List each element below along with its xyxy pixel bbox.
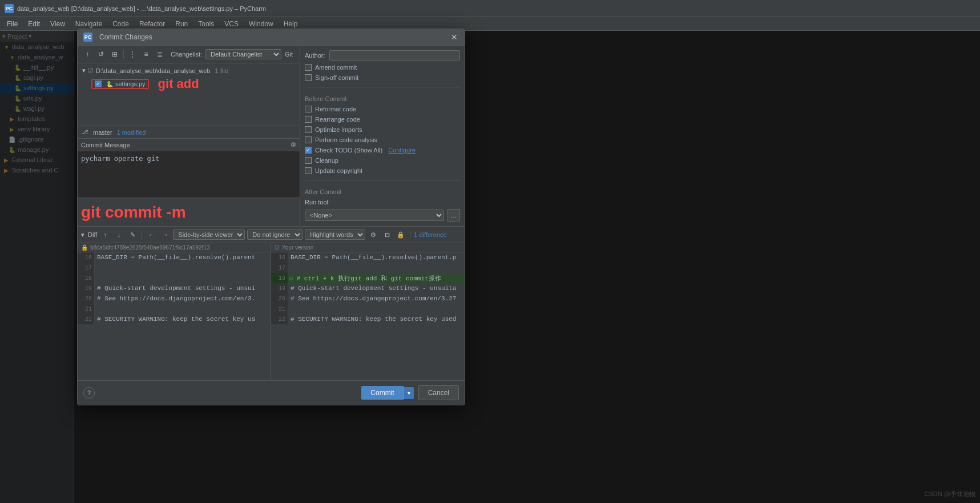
diff-collapse-icon[interactable]: ▾ xyxy=(81,231,84,239)
branch-icon: ⎇ xyxy=(81,128,88,136)
file-tree-root[interactable]: ▾ ☑ D:\data_analyse_web\data_analyse_web… xyxy=(80,66,297,75)
git-commit-annotation: git commit -m xyxy=(78,199,300,226)
diff-line-content xyxy=(95,273,271,283)
diff-ignore-select[interactable]: Do not ignore xyxy=(247,230,303,240)
diff-highlight-select[interactable]: Highlight words xyxy=(305,230,365,240)
dialog-right-panel: Author: Amend commit Sign-off commit Bef… xyxy=(300,46,465,226)
sign-off-checkbox[interactable] xyxy=(305,74,312,81)
commit-msg-settings-icon[interactable]: ⚙ xyxy=(291,141,296,148)
reformat-checkbox[interactable] xyxy=(305,106,312,112)
tree-checkbox-icon: ☑ xyxy=(88,67,94,74)
diff-settings-btn[interactable]: ⚙ xyxy=(368,229,379,240)
sign-off-row[interactable]: Sign-off commit xyxy=(305,74,460,81)
menu-refactor[interactable]: Refactor xyxy=(135,19,170,29)
commit-msg-header: Commit Message ⚙ xyxy=(78,139,300,151)
changelist-select[interactable]: Default Changelist xyxy=(205,49,281,59)
dialog-toolbar: ↑ ↺ ⊞ ⋮ ≡ ≣ Changelist: Default Changeli… xyxy=(78,46,300,63)
perform-analysis-row[interactable]: Perform code analysis xyxy=(305,136,460,143)
diff-right-lines: 16 BASE_DIR = Path(__file__).resolve().p… xyxy=(271,252,465,380)
git-add-annotation: git add xyxy=(158,77,199,91)
menu-vcs[interactable]: VCS xyxy=(220,19,243,29)
diff-collapse-btn[interactable]: ⊟ xyxy=(381,229,393,240)
divider2 xyxy=(305,180,460,180)
dialog-title: PC Commit Changes xyxy=(83,33,152,42)
toolbar-sep xyxy=(123,50,124,59)
diff-down-btn[interactable]: ↓ xyxy=(113,229,124,240)
optimize-imports-row[interactable]: Optimize imports xyxy=(305,126,460,133)
diff-right-header: ☑ Your version xyxy=(271,243,465,252)
menu-code[interactable]: Code xyxy=(108,19,134,29)
diff-line: 21 xyxy=(78,304,271,314)
diff-line-num: 21 xyxy=(271,304,288,314)
toolbar-grid-btn[interactable]: ⊞ xyxy=(108,48,121,61)
changelist-row: Changelist: Default Changelist Git xyxy=(167,49,296,59)
help-button[interactable]: ? xyxy=(83,387,95,399)
diff-view-select[interactable]: Side-by-side viewer xyxy=(173,230,245,240)
toolbar-menu-btn[interactable]: ⋮ xyxy=(126,48,139,61)
perform-checkbox[interactable] xyxy=(305,136,312,143)
file-checkbox[interactable] xyxy=(95,81,102,87)
menu-help[interactable]: Help xyxy=(279,19,303,29)
update-copyright-row[interactable]: Update copyright xyxy=(305,167,460,174)
configure-link[interactable]: Configure xyxy=(388,147,416,154)
toolbar-refresh-btn[interactable]: ↑ xyxy=(81,48,94,61)
commit-message-input[interactable] xyxy=(78,151,300,197)
menu-navigate[interactable]: Navigate xyxy=(71,19,107,29)
sign-off-label: Sign-off commit xyxy=(315,74,358,81)
dialog-close-button[interactable]: ✕ xyxy=(450,33,459,42)
diff-line-num: 20 xyxy=(78,293,95,304)
menu-tools[interactable]: Tools xyxy=(193,19,219,29)
rearrange-code-row[interactable]: Rearrange code xyxy=(305,116,460,123)
optimize-checkbox[interactable] xyxy=(305,126,312,133)
author-input[interactable] xyxy=(329,50,460,61)
lock-icon: 🔒 xyxy=(81,244,88,251)
window-title: data_analyse_web [D:\data_analyse_web] -… xyxy=(17,5,266,12)
commit-button[interactable]: Commit xyxy=(361,386,403,400)
diff-prev-btn[interactable]: ← xyxy=(146,229,157,240)
menu-window[interactable]: Window xyxy=(244,19,278,29)
check-todo-checkbox[interactable] xyxy=(305,147,312,154)
commit-arrow-button[interactable]: ▾ xyxy=(404,387,414,399)
menu-file[interactable]: File xyxy=(2,19,22,29)
branch-label: master xyxy=(93,129,112,136)
diff-line: 19 # Quick-start development settings - … xyxy=(78,283,271,293)
diff-content: 🔒 b8ca5dfc4789e2625f540ae89671f6c17a592f… xyxy=(78,243,465,380)
diff-line-content: # Quick-start development settings - uns… xyxy=(95,283,271,293)
title-bar: PC data_analyse_web [D:\data_analyse_web… xyxy=(0,0,980,17)
diff-line-num: 19 xyxy=(271,283,288,293)
check-todo-row[interactable]: Check TODO (Show All) Configure xyxy=(305,147,460,154)
diff-label: Diff xyxy=(88,231,97,238)
diff-up-btn[interactable]: ↑ xyxy=(99,229,111,240)
cleanup-row[interactable]: Cleanup xyxy=(305,157,460,164)
tree-file-count: 1 file xyxy=(215,67,228,74)
amend-commit-row[interactable]: Amend commit xyxy=(305,64,460,71)
menu-run[interactable]: Run xyxy=(171,19,192,29)
amend-checkbox[interactable] xyxy=(305,64,312,71)
toolbar-list2-btn[interactable]: ≣ xyxy=(154,48,166,61)
commit-dialog: PC Commit Changes ✕ ↑ ↺ ⊞ ⋮ ≡ ≣ Changeli… xyxy=(77,29,465,405)
commit-msg-label: Commit Message xyxy=(81,142,130,148)
menu-edit[interactable]: Edit xyxy=(23,19,45,29)
diff-sep xyxy=(142,230,142,239)
rearrange-checkbox[interactable] xyxy=(305,116,312,123)
file-entry-highlighted[interactable]: 🐍 settings.py xyxy=(91,79,149,89)
cleanup-checkbox[interactable] xyxy=(305,157,312,164)
diff-line: 16 BASE_DIR = Path(__file__).resolve().p… xyxy=(78,252,271,263)
cancel-button[interactable]: Cancel xyxy=(418,385,459,400)
diff-edit-btn[interactable]: ✎ xyxy=(127,229,138,240)
file-name: settings.py xyxy=(115,81,146,87)
diff-lock-btn[interactable]: 🔒 xyxy=(395,229,406,240)
diff-line-num: 18 xyxy=(78,273,95,283)
toolbar-undo-btn[interactable]: ↺ xyxy=(95,48,107,61)
diff-left-lines: 16 BASE_DIR = Path(__file__).resolve().p… xyxy=(78,252,271,380)
diff-line-content: # Quick-start development settings - uns… xyxy=(288,283,465,293)
update-copyright-checkbox[interactable] xyxy=(305,167,312,174)
menu-view[interactable]: View xyxy=(46,19,70,29)
diff-line: 18 xyxy=(78,273,271,283)
reformat-code-row[interactable]: Reformat code xyxy=(305,106,460,112)
toolbar-list-btn[interactable]: ≡ xyxy=(140,48,152,61)
run-tool-select[interactable]: <None> xyxy=(305,210,444,221)
cleanup-label: Cleanup xyxy=(315,157,338,164)
diff-next-btn[interactable]: → xyxy=(159,229,171,240)
run-tool-extra-btn[interactable]: … xyxy=(447,209,460,222)
